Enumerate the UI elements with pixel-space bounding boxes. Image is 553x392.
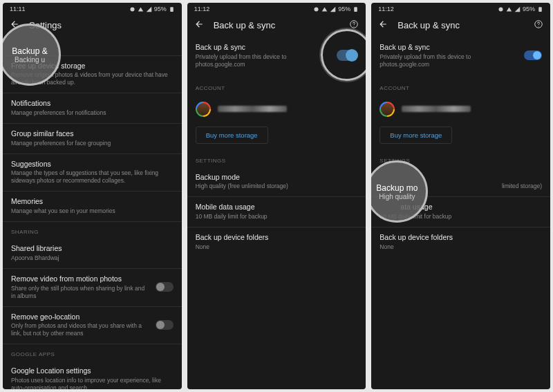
- backup-sync-toggle[interactable]: [337, 50, 357, 61]
- status-bar: 11:12 95%: [371, 3, 550, 14]
- page-title: Back up & sync: [397, 20, 460, 30]
- header: Back up & sync: [187, 14, 366, 37]
- device-folders-item[interactable]: Back up device folders None: [371, 227, 550, 257]
- remove-geo-toggle[interactable]: [156, 320, 174, 330]
- back-icon[interactable]: [10, 19, 19, 30]
- section-account: Account: [187, 78, 366, 95]
- svg-point-2: [315, 7, 319, 11]
- status-time: 11:12: [378, 6, 394, 12]
- section-settings: Settings: [371, 151, 550, 167]
- section-sharing: Sharing: [3, 222, 182, 239]
- device-folders-item[interactable]: Back up device folders None: [187, 227, 366, 257]
- svg-point-9: [538, 26, 539, 26]
- account-email: [402, 106, 471, 112]
- phone-backup-sync: 11:12 95% Back up & sync Back up & sync …: [187, 3, 366, 389]
- header: Back up & sync: [371, 14, 550, 37]
- account-row[interactable]: [371, 95, 550, 124]
- buy-storage-button[interactable]: Buy more storage: [196, 127, 268, 144]
- free-storage-item[interactable]: Free up device storage Remove original p…: [3, 56, 182, 94]
- header: Settings: [3, 14, 182, 37]
- status-battery: 95%: [154, 6, 167, 12]
- status-bar: 11:12 95%: [187, 3, 366, 14]
- phone-settings: 11:11 95% Settings Free up device storag…: [3, 3, 182, 389]
- mobile-data-item[interactable]: Mobile data usage 10 MB daily limit for …: [187, 197, 366, 227]
- svg-point-0: [130, 7, 134, 11]
- mobile-data-item[interactable]: ata usage 10 MB daily limit for backup: [371, 197, 550, 227]
- svg-rect-3: [355, 7, 358, 12]
- remove-video-toggle[interactable]: [156, 282, 174, 292]
- svg-point-6: [499, 7, 503, 11]
- phone-backup-mode: 11:12 95% Back up & sync Back up & sync …: [371, 3, 550, 389]
- buy-storage-button[interactable]: Buy more storage: [379, 127, 452, 144]
- avatar: [196, 102, 211, 117]
- page-title: Settings: [29, 20, 62, 30]
- section-settings: Settings: [187, 151, 366, 167]
- notifications-item[interactable]: Notifications Manage preferences for not…: [3, 93, 182, 124]
- status-bar: 11:11 95%: [3, 3, 182, 14]
- backup-mode-item[interactable]: x limited storage): [371, 167, 550, 198]
- item-title: Free up device storage: [11, 62, 174, 71]
- shared-libraries-item[interactable]: Shared libraries Apoorva Bhardwaj: [3, 239, 182, 269]
- help-icon[interactable]: [534, 19, 543, 30]
- backup-mode-item[interactable]: Backup mode High quality (free unlimited…: [187, 167, 366, 198]
- google-location-item[interactable]: Google Location settings Photos uses loc…: [3, 361, 182, 389]
- suggestions-item[interactable]: Suggestions Manage the types of suggesti…: [3, 154, 182, 192]
- item-sub: Remove original photos & videos from you…: [11, 71, 174, 86]
- backup-sync-item[interactable]: [3, 37, 182, 56]
- section-account: Account: [371, 78, 550, 95]
- status-time: 11:12: [194, 6, 210, 12]
- account-email: [218, 106, 287, 112]
- memories-item[interactable]: Memories Manage what you see in your mem…: [3, 192, 182, 222]
- svg-rect-1: [170, 7, 174, 12]
- back-icon[interactable]: [378, 19, 388, 30]
- backup-sync-toggle-row[interactable]: Back up & sync Privately upload from thi…: [371, 37, 550, 78]
- backup-sync-toggle-row[interactable]: Back up & sync Privately upload from thi…: [187, 37, 366, 78]
- svg-point-5: [354, 26, 355, 26]
- page-title: Back up & sync: [214, 20, 276, 30]
- backup-sync-toggle[interactable]: [524, 50, 542, 60]
- remove-video-item[interactable]: Remove video from motion photos Share on…: [3, 269, 182, 307]
- status-time: 11:11: [10, 6, 26, 12]
- account-row[interactable]: [187, 95, 366, 124]
- remove-geo-item[interactable]: Remove geo-location Only from photos and…: [3, 307, 182, 345]
- back-icon[interactable]: [194, 19, 204, 30]
- svg-rect-7: [538, 7, 542, 12]
- help-icon[interactable]: [349, 19, 359, 30]
- avatar: [379, 102, 395, 117]
- section-google-apps: Google Apps: [3, 344, 182, 361]
- group-faces-item[interactable]: Group similar faces Manage preferences f…: [3, 124, 182, 154]
- status-right: 95%: [129, 6, 175, 12]
